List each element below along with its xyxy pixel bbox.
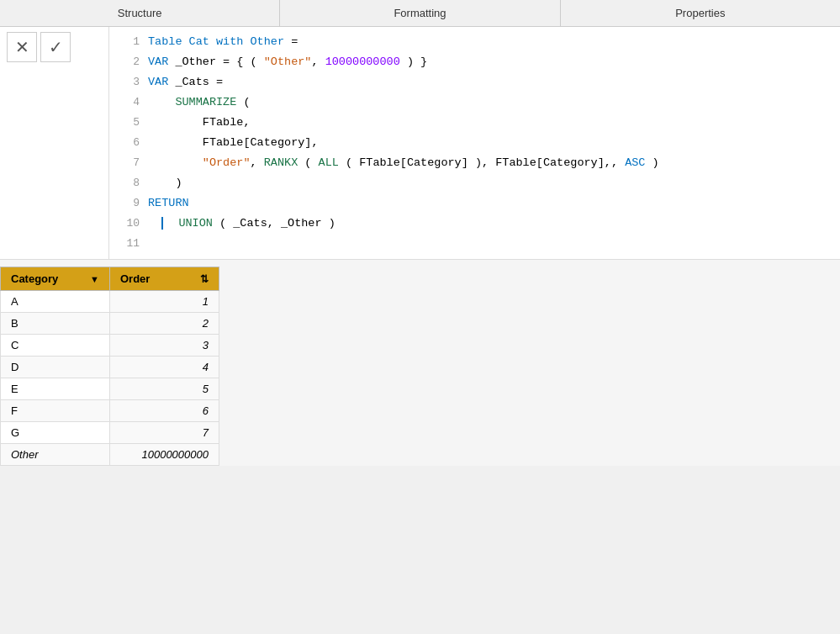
code-line-7: 7 "Order", RANKX ( ALL ( FTable[Category… [109, 153, 840, 173]
cell-category: A [1, 291, 110, 313]
table-row: F6 [1, 400, 219, 422]
toolbar: ✕ ✓ [0, 27, 109, 259]
editor-area: ✕ ✓ 1 Table Cat with Other = 2 VAR _Othe… [0, 27, 840, 260]
cell-category: B [1, 313, 110, 335]
tab-properties[interactable]: Properties [561, 0, 840, 26]
cell-order: 6 [110, 400, 219, 422]
code-line-8: 8 ) [109, 173, 840, 193]
column-header-order[interactable]: Order ⇅ [110, 267, 219, 291]
confirm-button[interactable]: ✓ [40, 32, 71, 62]
cell-order: 7 [110, 422, 219, 444]
code-line-6: 6 FTable[Category], [109, 133, 840, 153]
code-line-2: 2 VAR _Other = { ( "Other", 10000000000 … [109, 52, 840, 72]
code-line-1: 1 Table Cat with Other = [109, 32, 840, 52]
tab-formatting[interactable]: Formatting [280, 0, 560, 26]
code-line-4: 4 SUMMARIZE ( [109, 92, 840, 113]
code-line-10: 10 UNION ( _Cats, _Other ) [109, 214, 840, 234]
code-editor[interactable]: 1 Table Cat with Other = 2 VAR _Other = … [109, 27, 840, 259]
table-row: A1 [1, 291, 219, 313]
cell-order: 10000000000 [110, 444, 219, 466]
code-line-9: 9 RETURN [109, 193, 840, 214]
table-area: Category ▼ Order ⇅ A1B2C3D4E5F6G7Other10… [0, 260, 840, 466]
cell-order: 5 [110, 378, 219, 400]
cell-category: C [1, 335, 110, 357]
table-row: D4 [1, 357, 219, 378]
data-table: Category ▼ Order ⇅ A1B2C3D4E5F6G7Other10… [0, 267, 219, 466]
cell-category: F [1, 400, 110, 422]
cell-category: E [1, 378, 110, 400]
cell-category: G [1, 422, 110, 444]
cell-order: 1 [110, 291, 219, 313]
cell-order: 3 [110, 335, 219, 357]
tab-structure[interactable]: Structure [0, 0, 280, 26]
tab-bar: Structure Formatting Properties [0, 0, 840, 27]
sort-icon[interactable]: ⇅ [200, 273, 209, 285]
table-row: G7 [1, 422, 219, 444]
code-line-11: 11 [109, 234, 840, 254]
filter-icon[interactable]: ▼ [90, 274, 99, 284]
table-row: C3 [1, 335, 219, 357]
code-line-3: 3 VAR _Cats = [109, 72, 840, 92]
cell-category: D [1, 357, 110, 378]
cell-category: Other [1, 444, 110, 466]
table-row: E5 [1, 378, 219, 400]
table-row: B2 [1, 313, 219, 335]
column-header-category[interactable]: Category ▼ [1, 267, 110, 291]
cancel-button[interactable]: ✕ [7, 32, 37, 62]
table-row: Other10000000000 [1, 444, 219, 466]
code-line-5: 5 FTable, [109, 113, 840, 133]
cell-order: 2 [110, 313, 219, 335]
cell-order: 4 [110, 357, 219, 378]
